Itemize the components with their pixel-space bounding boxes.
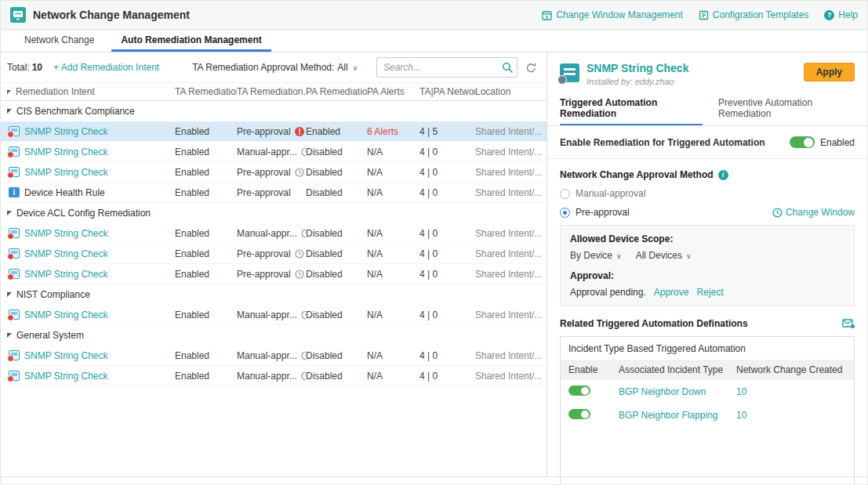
toggle-state-label: Enabled <box>820 137 855 148</box>
refresh-icon[interactable] <box>525 62 537 74</box>
remediation-intent-panel: Total:10 + Add Remediation Intent TA Rem… <box>1 52 547 476</box>
column-remediation-intent[interactable]: Remediation Intent <box>16 86 95 97</box>
network-change-management-window: Network Change Management Change Window … <box>0 0 868 485</box>
remediation-intent-name[interactable]: SNMP String Check <box>24 248 107 259</box>
column-associated-incident-type: Associated Incident Type <box>619 364 736 375</box>
tab-preventive-automation-remediation[interactable]: Preventive Automation Remediation <box>718 93 855 125</box>
network-changes-cell: 4 | 0 <box>419 248 475 259</box>
filter-label: TA Remediation Approval Method: <box>192 62 334 73</box>
change-window-management-link[interactable]: Change Window Management <box>542 9 682 20</box>
network-changes-cell: 4 | 5 <box>419 126 475 137</box>
configuration-templates-label: Configration Templates <box>713 9 809 20</box>
change-window-label: Change Window <box>786 207 855 218</box>
scope-type-dropdown[interactable]: By Device <box>570 250 622 261</box>
pending-approval-icon <box>295 168 304 177</box>
table-row[interactable]: SNMP String CheckEnabledPre-approvalDisa… <box>1 244 547 264</box>
pa-remediation-cell: Disabled <box>306 248 367 259</box>
help-link[interactable]: Help <box>824 9 858 20</box>
enable-remediation-toggle[interactable] <box>790 136 815 148</box>
manual-approval-radio[interactable] <box>560 189 570 199</box>
pa-alerts-cell: N/A <box>367 147 419 157</box>
group-header-row[interactable]: General System <box>1 325 547 346</box>
approval-method-section: Network Change Approval Method Manual-ap… <box>547 159 867 306</box>
ta-approval-method-filter[interactable]: TA Remediation Approval Method: All <box>192 62 358 73</box>
incident-section-title: Incident Type Based Triggered Automation <box>561 337 854 360</box>
change-window-link[interactable]: Change Window <box>772 207 855 218</box>
network-change-count[interactable]: 10 <box>736 386 846 397</box>
network-change-count[interactable]: 10 <box>736 410 846 421</box>
ta-method-cell: Pre-approval <box>237 187 306 198</box>
location-cell: Shared Intent/... <box>475 167 547 178</box>
table-row[interactable]: SNMP String CheckEnabledManual-appr...Di… <box>1 223 547 244</box>
remediation-intent-name[interactable]: SNMP String Check <box>24 126 107 137</box>
table-row[interactable]: SNMP String CheckEnabledManual-appr...Di… <box>1 346 547 366</box>
group-header-row[interactable]: NIST Compliance <box>1 284 547 305</box>
ta-method-text: Manual-appr... <box>237 309 297 320</box>
collapse-group-icon[interactable] <box>7 109 12 114</box>
chevron-down-icon <box>615 250 622 261</box>
column-ta-remediation-method[interactable]: TA Remediation... <box>237 86 306 97</box>
pre-approval-radio[interactable] <box>560 208 570 218</box>
tab-triggered-automation-remediation[interactable]: Triggered Automation Remediation <box>560 93 703 125</box>
apply-button[interactable]: Apply <box>804 63 855 81</box>
ta-remediation-cell: Enabled <box>175 228 237 239</box>
collapse-group-icon[interactable] <box>7 333 12 338</box>
column-pa-alerts[interactable]: PA Alerts <box>367 86 419 97</box>
pa-alerts-cell: N/A <box>367 187 419 198</box>
search-icon[interactable] <box>502 62 513 75</box>
table-row[interactable]: SNMP String CheckEnabledPre-approvalDisa… <box>1 264 547 284</box>
incident-type-link[interactable]: BGP Neighbor Down <box>619 386 736 397</box>
change-window-management-label: Change Window Management <box>556 9 682 20</box>
remediation-intent-icon <box>9 269 20 279</box>
app-logo-icon <box>10 7 26 23</box>
add-remediation-intent-link[interactable]: + Add Remediation Intent <box>53 62 159 73</box>
remediation-intent-icon <box>9 309 20 320</box>
remediation-intent-name[interactable]: SNMP String Check <box>24 309 107 320</box>
remediation-intent-name[interactable]: SNMP String Check <box>24 350 107 361</box>
tab-auto-remediation-management[interactable]: Auto Remediation Management <box>111 30 271 52</box>
column-location[interactable]: Location <box>475 86 547 97</box>
collapse-group-icon[interactable] <box>7 211 12 215</box>
configuration-templates-link[interactable]: Configration Templates <box>699 9 809 20</box>
ta-method-text: Pre-approval <box>237 187 291 198</box>
related-definitions-icon[interactable] <box>842 318 855 329</box>
incident-row: BGP Neighbor Flapping10 <box>561 404 854 427</box>
incident-type-link[interactable]: BGP Neighbor Flapping <box>619 410 736 421</box>
table-row[interactable]: SNMP String CheckEnabledManual-appr...Di… <box>1 142 547 162</box>
ta-method-text: Pre-approval <box>237 269 291 280</box>
incident-enable-toggle[interactable] <box>568 385 590 396</box>
table-row[interactable]: SNMP String CheckEnabledManual-appr...Di… <box>1 366 547 386</box>
remediation-intent-name[interactable]: SNMP String Check <box>24 228 107 239</box>
approve-link[interactable]: Approve <box>654 287 689 298</box>
ta-method-text: Pre-approval <box>237 126 291 137</box>
location-cell: Shared Intent/... <box>475 350 547 361</box>
pending-approval-icon <box>295 249 304 259</box>
column-network-changes[interactable]: TA|PA Network... <box>419 86 475 97</box>
table-row[interactable]: SNMP String CheckEnabledPre-approvalEnab… <box>1 121 547 142</box>
remediation-intent-name[interactable]: SNMP String Check <box>24 147 107 157</box>
remediation-intent-name[interactable]: SNMP String Check <box>24 167 107 178</box>
info-icon[interactable] <box>718 170 728 180</box>
tab-network-change[interactable]: Network Change <box>15 30 104 52</box>
reject-link[interactable]: Reject <box>696 287 723 298</box>
table-row[interactable]: SNMP String CheckEnabledPre-approvalDisa… <box>1 162 547 183</box>
column-pa-remediation[interactable]: PA Remediation <box>306 86 367 97</box>
collapse-all-icon[interactable] <box>7 90 11 94</box>
device-health-icon <box>9 187 20 197</box>
search-input[interactable] <box>376 57 518 78</box>
incident-enable-toggle[interactable] <box>568 409 590 419</box>
table-row[interactable]: SNMP String CheckEnabledManual-appr...Di… <box>1 305 547 325</box>
pa-alerts-cell: N/A <box>367 167 419 178</box>
ta-remediation-cell: Enabled <box>175 147 237 157</box>
device-scope-dropdown[interactable]: All Devices <box>636 250 692 261</box>
table-row[interactable]: Device Health RuleEnabledPre-approvalDis… <box>1 183 547 203</box>
remediation-intent-name[interactable]: SNMP String Check <box>24 371 107 382</box>
group-header-row[interactable]: CIS Benchmark Compliance <box>1 101 547 121</box>
pa-remediation-cell: Disabled <box>306 228 367 239</box>
remediation-intent-icon <box>9 350 20 360</box>
group-header-row[interactable]: Device ACL Config Remediation <box>1 203 547 223</box>
collapse-group-icon[interactable] <box>7 292 12 297</box>
pa-alerts-cell[interactable]: 6 Alerts <box>367 126 419 137</box>
remediation-intent-name[interactable]: SNMP String Check <box>24 269 107 280</box>
column-ta-remediation[interactable]: TA Remediation <box>175 86 237 97</box>
